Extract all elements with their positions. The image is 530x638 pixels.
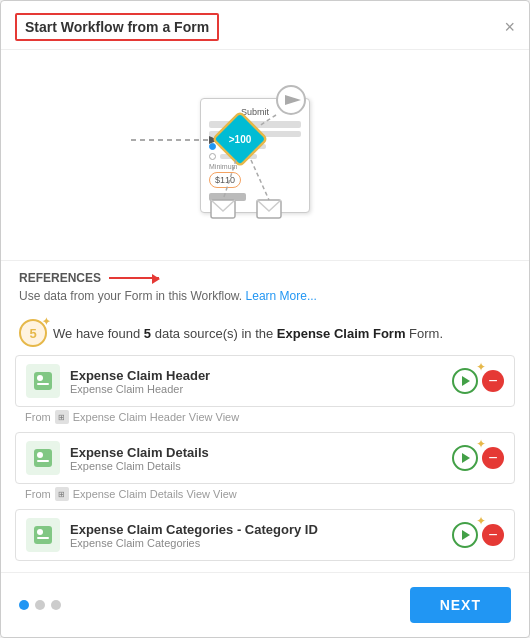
svg-rect-11 bbox=[34, 372, 52, 390]
close-button[interactable]: × bbox=[504, 18, 515, 36]
svg-rect-13 bbox=[37, 383, 49, 385]
modal-title: Start Workflow from a Form bbox=[15, 13, 219, 41]
row-title-1: Expense Claim Header bbox=[70, 368, 442, 383]
row-actions-3: ✦ bbox=[452, 522, 504, 548]
star-icon: ✦ bbox=[42, 316, 50, 327]
from-row-1: From ⊞ Expense Claim Header View View bbox=[15, 407, 515, 424]
row-text-1: Expense Claim Header Expense Claim Heade… bbox=[70, 368, 442, 395]
row-subtitle-3: Expense Claim Categories bbox=[70, 537, 442, 549]
references-description: Use data from your Form in this Workflow… bbox=[19, 289, 511, 303]
star-badge-2: ✦ bbox=[476, 437, 486, 451]
row-icon-1 bbox=[26, 364, 60, 398]
data-row-3: Expense Claim Categories - Category ID E… bbox=[15, 509, 515, 561]
modal-footer: NEXT bbox=[1, 572, 529, 637]
row-title-3: Expense Claim Categories - Category ID bbox=[70, 522, 442, 537]
svg-line-9 bbox=[223, 160, 236, 200]
row-text-2: Expense Claim Details Expense Claim Deta… bbox=[70, 445, 442, 472]
from-icon-1: ⊞ bbox=[55, 410, 69, 424]
references-arrow-icon bbox=[109, 277, 159, 279]
svg-point-18 bbox=[37, 529, 43, 535]
svg-point-12 bbox=[37, 375, 43, 381]
svg-rect-16 bbox=[37, 460, 49, 462]
found-section: 5 ✦ We have found 5 data source(s) in th… bbox=[1, 309, 529, 355]
next-button[interactable]: NEXT bbox=[410, 587, 511, 623]
svg-rect-14 bbox=[34, 449, 52, 467]
svg-line-6 bbox=[259, 115, 276, 126]
svg-rect-17 bbox=[34, 526, 52, 544]
references-label: REFERENCES bbox=[19, 271, 511, 285]
from-icon-2: ⊞ bbox=[55, 487, 69, 501]
svg-line-10 bbox=[251, 160, 269, 200]
found-text: We have found 5 data source(s) in the Ex… bbox=[53, 326, 443, 341]
row-text-3: Expense Claim Categories - Category ID E… bbox=[70, 522, 442, 549]
row-subtitle-1: Expense Claim Header bbox=[70, 383, 442, 395]
row-play-button-1[interactable] bbox=[452, 368, 478, 394]
data-row-1: Expense Claim Header Expense Claim Heade… bbox=[15, 355, 515, 407]
dot-3 bbox=[51, 600, 61, 610]
modal-header: Start Workflow from a Form × bbox=[1, 1, 529, 50]
svg-text:>100: >100 bbox=[229, 134, 252, 145]
dot-1 bbox=[19, 600, 29, 610]
star-badge-1: ✦ bbox=[476, 360, 486, 374]
row-play-button-3[interactable] bbox=[452, 522, 478, 548]
svg-point-15 bbox=[37, 452, 43, 458]
dot-2 bbox=[35, 600, 45, 610]
data-row-2: Expense Claim Details Expense Claim Deta… bbox=[15, 432, 515, 484]
svg-rect-19 bbox=[37, 537, 49, 539]
row-icon-3 bbox=[26, 518, 60, 552]
references-section: REFERENCES Use data from your Form in th… bbox=[1, 260, 529, 309]
data-row-wrapper-3: Expense Claim Categories - Category ID E… bbox=[15, 509, 515, 561]
diagram-area: Submit Minimum $110 bbox=[1, 50, 529, 260]
data-rows-container: Expense Claim Header Expense Claim Heade… bbox=[1, 355, 529, 569]
data-row-wrapper-2: Expense Claim Details Expense Claim Deta… bbox=[15, 432, 515, 501]
pagination-dots bbox=[19, 600, 61, 610]
from-row-2: From ⊞ Expense Claim Details View View bbox=[15, 484, 515, 501]
learn-more-link[interactable]: Learn More... bbox=[246, 289, 317, 303]
count-badge: 5 ✦ bbox=[19, 319, 47, 347]
row-play-button-2[interactable] bbox=[452, 445, 478, 471]
star-badge-3: ✦ bbox=[476, 514, 486, 528]
row-title-2: Expense Claim Details bbox=[70, 445, 442, 460]
connector-svg: >100 bbox=[121, 70, 321, 250]
modal-container: Start Workflow from a Form × Submit bbox=[0, 0, 530, 638]
data-row-wrapper-1: Expense Claim Header Expense Claim Heade… bbox=[15, 355, 515, 424]
row-icon-2 bbox=[26, 441, 60, 475]
row-subtitle-2: Expense Claim Details bbox=[70, 460, 442, 472]
row-actions-1: ✦ bbox=[452, 368, 504, 394]
row-actions-2: ✦ bbox=[452, 445, 504, 471]
